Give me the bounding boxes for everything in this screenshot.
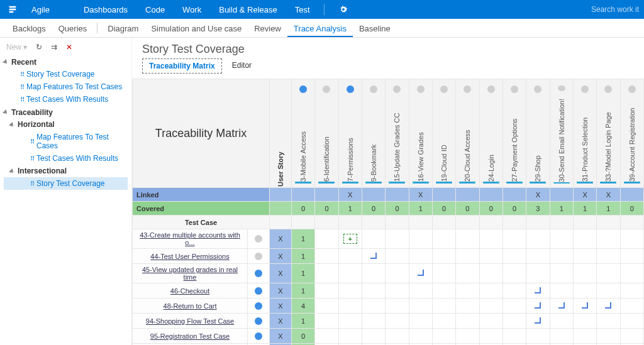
column-header[interactable]: 19-Cloud ID [432, 79, 455, 188]
tree-item[interactable]: ⠿Test Cases With Results [4, 152, 128, 165]
matrix-cell[interactable] [597, 283, 620, 298]
matrix-cell[interactable] [597, 229, 620, 249]
matrix-cell[interactable] [338, 329, 362, 344]
nav-build-release[interactable]: Build & Release [210, 0, 286, 19]
matrix-cell[interactable] [456, 229, 479, 249]
matrix-cell[interactable] [502, 264, 526, 283]
tree-node-intersectional[interactable]: Intersectional [4, 165, 128, 177]
matrix-cell[interactable] [573, 329, 596, 344]
subnav-simulation[interactable]: Simulation and Use case [145, 20, 248, 37]
matrix-cell[interactable] [573, 264, 596, 283]
tree-item[interactable]: ⠿Test Cases With Results [4, 93, 128, 106]
matrix-cell[interactable] [315, 249, 338, 264]
matrix-cell[interactable] [550, 249, 573, 264]
stream-icon[interactable]: ⇉ [51, 43, 57, 52]
matrix-cell[interactable] [573, 314, 596, 329]
nav-dashboards[interactable]: Dashboards [75, 0, 136, 19]
matrix-cell[interactable] [597, 249, 620, 264]
tree-item[interactable]: ⠿Map Features To Test Cases [4, 131, 128, 152]
delete-icon[interactable]: ✕ [66, 43, 72, 52]
matrix-cell[interactable] [338, 298, 362, 314]
matrix-cell[interactable] [526, 249, 550, 264]
matrix-cell[interactable] [362, 329, 385, 344]
matrix-cell[interactable] [573, 229, 596, 249]
matrix-cell[interactable] [362, 229, 385, 249]
subnav-baseline[interactable]: Baseline [353, 20, 397, 37]
matrix-cell[interactable] [479, 249, 502, 264]
subnav-diagram[interactable]: Diagram [101, 20, 145, 37]
matrix-cell[interactable] [550, 229, 573, 249]
column-header[interactable]: 33-?Model Login Page [597, 79, 620, 188]
matrix-cell[interactable] [456, 283, 479, 298]
matrix-cell[interactable] [479, 329, 502, 344]
matrix-cell[interactable] [409, 298, 432, 314]
search-input[interactable] [590, 4, 640, 14]
subnav-queries[interactable]: Queries [52, 20, 94, 37]
matrix-cell[interactable] [526, 229, 550, 249]
test-case-row-label[interactable]: 43-Create multiple accounts with o... [133, 229, 248, 249]
matrix-cell[interactable] [362, 264, 385, 283]
matrix-cell[interactable] [338, 314, 362, 329]
matrix-cell[interactable] [550, 329, 573, 344]
matrix-cell[interactable] [386, 298, 409, 314]
matrix-cell[interactable] [620, 249, 643, 264]
matrix-cell[interactable] [526, 264, 550, 283]
matrix-cell[interactable] [338, 249, 362, 264]
matrix-cell[interactable] [409, 314, 432, 329]
matrix-cell[interactable] [597, 314, 620, 329]
column-header[interactable]: 9-Bookmark [362, 79, 385, 188]
subnav-review[interactable]: Review [248, 20, 287, 37]
matrix-cell[interactable] [315, 229, 338, 249]
search-box[interactable] [590, 0, 644, 19]
column-header[interactable]: 39-Account Registration [620, 79, 643, 188]
matrix-cell[interactable] [432, 264, 455, 283]
matrix-cell[interactable] [362, 249, 385, 264]
tree-section-recent[interactable]: Recent [4, 55, 128, 68]
matrix-cell[interactable] [432, 283, 455, 298]
matrix-cell[interactable] [386, 314, 409, 329]
matrix-cell[interactable] [315, 314, 338, 329]
matrix-cell[interactable] [620, 229, 643, 249]
column-header[interactable]: 7-Permissions [338, 79, 362, 188]
add-link-icon[interactable]: + [343, 234, 357, 244]
matrix-cell[interactable] [386, 249, 409, 264]
subnav-backlogs[interactable]: Backlogs [6, 20, 52, 37]
tree-item[interactable]: ⠿Story Test Coverage [4, 68, 128, 80]
column-header[interactable]: 20-Cloud Access [456, 79, 479, 188]
matrix-cell[interactable] [432, 314, 455, 329]
matrix-cell[interactable] [550, 264, 573, 283]
matrix-cell[interactable] [479, 314, 502, 329]
matrix-cell[interactable] [620, 329, 643, 344]
matrix-cell[interactable] [573, 298, 596, 314]
app-logo[interactable] [0, 0, 25, 19]
column-header[interactable]: 24-Login [479, 79, 502, 188]
refresh-icon[interactable]: ↻ [36, 43, 42, 52]
matrix-cell[interactable] [456, 249, 479, 264]
hub-name[interactable]: Agile [25, 0, 75, 19]
matrix-cell[interactable] [526, 329, 550, 344]
matrix-cell[interactable] [526, 298, 550, 314]
matrix-cell[interactable] [597, 329, 620, 344]
matrix-cell[interactable] [550, 314, 573, 329]
tree-item[interactable]: ⠿Map Features To Test Cases [4, 80, 128, 93]
column-header[interactable]: 16-View Grades [409, 79, 432, 188]
matrix-cell[interactable] [526, 283, 550, 298]
matrix-cell[interactable] [409, 249, 432, 264]
tree-section-traceability[interactable]: Traceability [4, 106, 128, 118]
test-case-row-label[interactable]: 95-Registration Test Case [133, 329, 248, 344]
matrix-cell[interactable] [620, 264, 643, 283]
matrix-cell[interactable] [338, 283, 362, 298]
matrix-cell[interactable] [362, 298, 385, 314]
test-case-row-label[interactable]: 46-Checkout [133, 283, 248, 298]
matrix-cell[interactable] [432, 229, 455, 249]
tab-editor[interactable]: Editor [226, 58, 258, 74]
matrix-cell[interactable] [386, 264, 409, 283]
matrix-cell[interactable] [409, 229, 432, 249]
tree-node-horizontal[interactable]: Horizontal [4, 118, 128, 131]
matrix-cell[interactable] [502, 314, 526, 329]
column-header[interactable]: 29-Shop [526, 79, 550, 188]
matrix-cell[interactable] [409, 264, 432, 283]
matrix-cell[interactable] [432, 249, 455, 264]
matrix-cell[interactable] [479, 264, 502, 283]
matrix-cell[interactable] [315, 298, 338, 314]
